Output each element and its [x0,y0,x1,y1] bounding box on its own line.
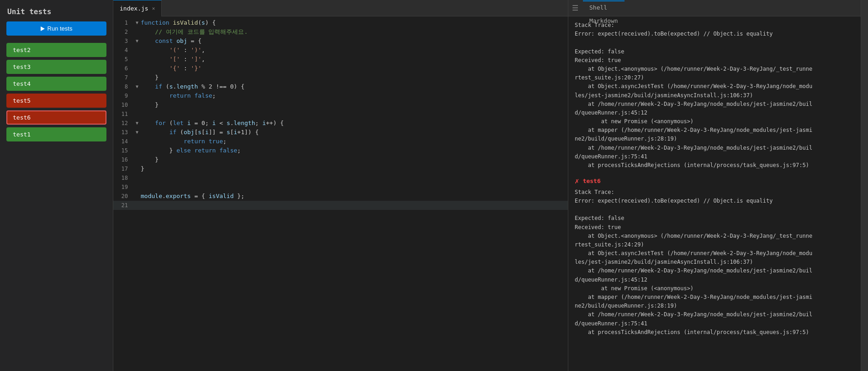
fold-arrow[interactable]: ▼ [133,119,141,128]
fold-arrow[interactable]: ▼ [133,37,141,46]
code-line-10: 10 } [113,100,568,110]
code-line-1: 1▼function isValid(s) { [113,18,568,27]
editor-panel: index.js ✕ 1▼function isValid(s) {2 // 여… [113,0,568,371]
line-number: 18 [113,173,133,183]
code-line-8: 8▼ if (s.length % 2 !== 0) { [113,82,568,91]
code-line-2: 2 // 여기에 코드를 입력해주세요. [113,27,568,37]
console-output[interactable]: Stack Trace: Error: expect(received).toB… [568,16,861,371]
code-content: function isValid(s) { [141,18,568,27]
fail-icon: ✗ [575,175,579,187]
tab-filename: index.js [120,5,148,12]
line-number: 17 [113,164,133,173]
run-tests-button[interactable]: Run tests [6,21,106,36]
test-fail-header: ✗test6 [575,175,854,187]
code-content: for (let i = 0; i < s.length; i++) { [141,119,568,128]
line-number: 5 [113,55,133,64]
code-content: return false; [141,91,568,100]
code-area[interactable]: 1▼function isValid(s) {2 // 여기에 코드를 입력해주… [113,16,568,371]
line-number: 19 [113,183,133,192]
left-panel: Unit tests Run tests test2test3test4test… [0,0,113,371]
code-line-15: 15 } else return false; [113,146,568,155]
line-number: 3 [113,37,133,46]
right-panel: ☰ ConsoleShellMarkdown Stack Trace: Erro… [568,0,861,371]
code-line-17: 17 } [113,164,568,173]
code-content: } [141,100,568,110]
test-item-test5[interactable]: test5 [6,94,106,108]
fold-arrow[interactable]: ▼ [133,82,141,91]
line-number: 13 [113,128,133,137]
line-number: 12 [113,119,133,128]
code-line-12: 12▼ for (let i = 0; i < s.length; i++) { [113,119,568,128]
console-trace-block: Stack Trace: Error: expect(received).toB… [575,21,854,170]
code-line-11: 11 [113,110,568,119]
line-number: 20 [113,192,133,201]
code-content: } [141,73,568,82]
code-line-21: 21 [113,201,568,210]
fold-arrow[interactable]: ▼ [133,128,141,137]
test-item-test3[interactable]: test3 [6,60,106,74]
code-content: '(' : ')', [141,46,568,55]
code-line-3: 3▼ const obj = { [113,37,568,46]
line-number: 4 [113,46,133,55]
code-line-14: 14 return true; [113,137,568,146]
code-line-20: 20 module.exports = { isValid }; [113,192,568,201]
far-right-panel [861,0,868,371]
code-line-19: 19 [113,183,568,192]
code-content: const obj = { [141,37,568,46]
line-number: 2 [113,27,133,37]
code-content: } else return false; [141,146,568,155]
code-content: if (s.length % 2 !== 0) { [141,82,568,91]
code-line-16: 16 } [113,155,568,164]
close-tab-icon[interactable]: ✕ [152,5,155,11]
play-icon [41,26,45,31]
console-tabs: ☰ ConsoleShellMarkdown [568,0,861,16]
test-item-test4[interactable]: test4 [6,77,106,91]
line-number: 14 [113,137,133,146]
code-line-4: 4 '(' : ')', [113,46,568,55]
line-number: 10 [113,100,133,110]
code-line-7: 7 } [113,73,568,82]
line-number: 9 [113,91,133,100]
code-content: if (obj[s[i]] = s[i+1]) { [141,128,568,137]
code-line-13: 13▼ if (obj[s[i]] = s[i+1]) { [113,128,568,137]
line-number: 7 [113,73,133,82]
line-number: 6 [113,64,133,73]
line-number: 16 [113,155,133,164]
code-content: '[' : ']', [141,55,568,64]
line-number: 21 [113,201,133,210]
code-line-6: 6 '{' : '}' [113,64,568,73]
test-item-test6[interactable]: test6 [6,110,106,125]
line-number: 15 [113,146,133,155]
code-content: return true; [141,137,568,146]
code-line-18: 18 [113,173,568,183]
code-content: // 여기에 코드를 입력해주세요. [141,27,568,37]
code-content: module.exports = { isValid }; [141,192,568,201]
panel-title: Unit tests [0,0,113,21]
editor-tabs: index.js ✕ [113,0,568,16]
run-tests-label: Run tests [48,25,73,32]
tab-index-js[interactable]: index.js ✕ [113,0,162,16]
test-list: test2test3test4test5test6test1 [0,43,113,141]
console-trace-block: Stack Trace: Error: expect(received).toB… [575,188,854,337]
line-number: 11 [113,110,133,119]
hamburger-icon[interactable]: ☰ [572,4,578,12]
line-number: 1 [113,18,133,27]
console-tab-shell[interactable]: Shell [583,1,625,15]
code-content: } [141,164,568,173]
code-line-9: 9 return false; [113,91,568,100]
line-number: 8 [113,82,133,91]
test-item-test1[interactable]: test1 [6,127,106,141]
code-content: } [141,155,568,164]
failing-test-name: test6 [583,177,601,186]
test-item-test2[interactable]: test2 [6,43,106,57]
code-content: '{' : '}' [141,64,568,73]
fold-arrow[interactable]: ▼ [133,18,141,27]
code-line-5: 5 '[' : ']', [113,55,568,64]
